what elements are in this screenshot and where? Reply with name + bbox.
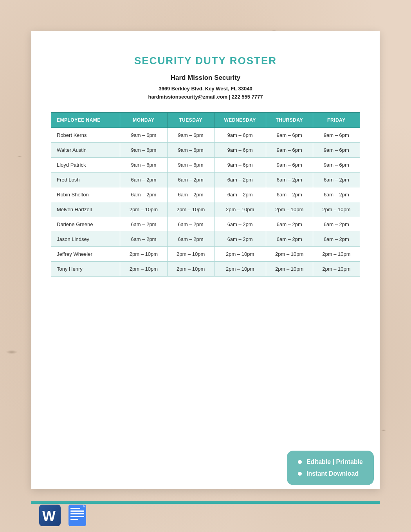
shift-cell: 2pm – 10pm bbox=[266, 261, 313, 276]
shift-cell: 6am – 2pm bbox=[167, 172, 214, 187]
shift-cell: 6am – 2pm bbox=[266, 172, 313, 187]
shift-cell: 2pm – 10pm bbox=[120, 246, 167, 261]
shift-cell: 2pm – 10pm bbox=[120, 202, 167, 217]
shift-cell: 9am – 6pm bbox=[214, 142, 266, 157]
employee-name-cell: Walter Austin bbox=[51, 142, 120, 157]
shift-cell: 6am – 2pm bbox=[167, 187, 214, 202]
employee-name-cell: Lloyd Patrick bbox=[51, 157, 120, 172]
shift-cell: 2pm – 10pm bbox=[214, 246, 266, 261]
shift-cell: 9am – 6pm bbox=[266, 157, 313, 172]
shift-cell: 6am – 2pm bbox=[120, 217, 167, 232]
shift-cell: 6am – 2pm bbox=[266, 217, 313, 232]
svg-text:W: W bbox=[42, 508, 56, 524]
shift-cell: 9am – 6pm bbox=[120, 157, 167, 172]
shift-cell: 9am – 6pm bbox=[214, 157, 266, 172]
shift-cell: 9am – 6pm bbox=[313, 128, 360, 142]
shift-cell: 9am – 6pm bbox=[120, 128, 167, 142]
col-header-thursday: THURSDAY bbox=[266, 112, 313, 128]
google-docs-icon bbox=[68, 505, 86, 526]
table-row: Robin Shelton6am – 2pm6am – 2pm6am – 2pm… bbox=[51, 187, 360, 202]
svg-rect-4 bbox=[70, 510, 84, 512]
shift-cell: 2pm – 10pm bbox=[167, 261, 214, 276]
shift-cell: 9am – 6pm bbox=[266, 128, 313, 142]
svg-rect-7 bbox=[70, 519, 78, 520]
feature-item-2: Instant Download bbox=[298, 470, 363, 477]
company-name: Hard Mission Security bbox=[51, 74, 360, 82]
col-header-monday: MONDAY bbox=[120, 112, 167, 128]
employee-name-cell: Darlene Greene bbox=[51, 217, 120, 232]
svg-rect-3 bbox=[70, 508, 80, 509]
company-address: 3669 Berkley Blvd, Key West, FL 33040 ha… bbox=[51, 85, 360, 101]
shift-cell: 9am – 6pm bbox=[167, 157, 214, 172]
shift-cell: 6am – 2pm bbox=[120, 187, 167, 202]
shift-cell: 6am – 2pm bbox=[313, 217, 360, 232]
employee-name-cell: Tony Henry bbox=[51, 261, 120, 276]
shift-cell: 9am – 6pm bbox=[313, 142, 360, 157]
employee-name-cell: Jason Lindsey bbox=[51, 232, 120, 246]
shift-cell: 6am – 2pm bbox=[313, 232, 360, 246]
shift-cell: 9am – 6pm bbox=[266, 142, 313, 157]
table-row: Fred Losh6am – 2pm6am – 2pm6am – 2pm6am … bbox=[51, 172, 360, 187]
shift-cell: 9am – 6pm bbox=[214, 128, 266, 142]
table-row: Melven Hartzell2pm – 10pm2pm – 10pm2pm –… bbox=[51, 202, 360, 217]
shift-cell: 9am – 6pm bbox=[167, 142, 214, 157]
feature-label-2: Instant Download bbox=[306, 470, 359, 477]
table-row: Darlene Greene6am – 2pm6am – 2pm6am – 2p… bbox=[51, 217, 360, 232]
shift-cell: 2pm – 10pm bbox=[313, 246, 360, 261]
roster-table: EMPLOYEE NAME MONDAY TUESDAY WEDNESDAY T… bbox=[51, 112, 360, 277]
feature-item-1: Editable | Printable bbox=[298, 458, 363, 466]
table-row: Lloyd Patrick9am – 6pm9am – 6pm9am – 6pm… bbox=[51, 157, 360, 172]
shift-cell: 2pm – 10pm bbox=[167, 202, 214, 217]
shift-cell: 6am – 2pm bbox=[120, 172, 167, 187]
shift-cell: 6am – 2pm bbox=[266, 232, 313, 246]
company-address-line2: hardmissionsecurity@zmail.com | 222 555 … bbox=[51, 93, 360, 101]
bullet-icon-2 bbox=[298, 472, 302, 476]
bottom-bar bbox=[31, 501, 380, 504]
shift-cell: 9am – 6pm bbox=[167, 128, 214, 142]
employee-name-cell: Robin Shelton bbox=[51, 187, 120, 202]
document-content: SECURITY DUTY ROSTER Hard Mission Securi… bbox=[31, 31, 380, 296]
shift-cell: 6am – 2pm bbox=[167, 217, 214, 232]
shift-cell: 6am – 2pm bbox=[214, 172, 266, 187]
company-address-line1: 3669 Berkley Blvd, Key West, FL 33040 bbox=[51, 85, 360, 93]
svg-rect-6 bbox=[70, 516, 84, 517]
col-header-tuesday: TUESDAY bbox=[167, 112, 214, 128]
shift-cell: 2pm – 10pm bbox=[266, 246, 313, 261]
employee-name-cell: Fred Losh bbox=[51, 172, 120, 187]
table-row: Jeffrey Wheeler2pm – 10pm2pm – 10pm2pm –… bbox=[51, 246, 360, 261]
table-row: Walter Austin9am – 6pm9am – 6pm9am – 6pm… bbox=[51, 142, 360, 157]
shift-cell: 2pm – 10pm bbox=[313, 261, 360, 276]
feature-label-1: Editable | Printable bbox=[306, 458, 363, 466]
shift-cell: 2pm – 10pm bbox=[214, 261, 266, 276]
shift-cell: 6am – 2pm bbox=[214, 232, 266, 246]
col-header-wednesday: WEDNESDAY bbox=[214, 112, 266, 128]
table-row: Tony Henry2pm – 10pm2pm – 10pm2pm – 10pm… bbox=[51, 261, 360, 276]
shift-cell: 6am – 2pm bbox=[214, 187, 266, 202]
employee-name-cell: Robert Kerns bbox=[51, 128, 120, 142]
shift-cell: 6am – 2pm bbox=[120, 232, 167, 246]
employee-name-cell: Melven Hartzell bbox=[51, 202, 120, 217]
table-row: Robert Kerns9am – 6pm9am – 6pm9am – 6pm9… bbox=[51, 128, 360, 142]
shift-cell: 6am – 2pm bbox=[167, 232, 214, 246]
shift-cell: 6am – 2pm bbox=[214, 217, 266, 232]
shift-cell: 2pm – 10pm bbox=[214, 202, 266, 217]
svg-rect-5 bbox=[70, 513, 84, 514]
shift-cell: 6am – 2pm bbox=[313, 187, 360, 202]
table-header-row: EMPLOYEE NAME MONDAY TUESDAY WEDNESDAY T… bbox=[51, 112, 360, 128]
shift-cell: 6am – 2pm bbox=[313, 172, 360, 187]
shift-cell: 2pm – 10pm bbox=[120, 261, 167, 276]
word-icon: W bbox=[39, 505, 61, 526]
shift-cell: 9am – 6pm bbox=[120, 142, 167, 157]
shift-cell: 2pm – 10pm bbox=[313, 202, 360, 217]
document-page: SECURITY DUTY ROSTER Hard Mission Securi… bbox=[31, 31, 380, 489]
document-title: SECURITY DUTY ROSTER bbox=[51, 55, 360, 67]
shift-cell: 2pm – 10pm bbox=[167, 246, 214, 261]
employee-name-cell: Jeffrey Wheeler bbox=[51, 246, 120, 261]
shift-cell: 6am – 2pm bbox=[266, 187, 313, 202]
features-badge: Editable | Printable Instant Download bbox=[287, 451, 374, 485]
shift-cell: 2pm – 10pm bbox=[266, 202, 313, 217]
col-header-employee: EMPLOYEE NAME bbox=[51, 112, 120, 128]
table-row: Jason Lindsey6am – 2pm6am – 2pm6am – 2pm… bbox=[51, 232, 360, 246]
app-icons-container: W bbox=[39, 505, 86, 526]
col-header-friday: FRIDAY bbox=[313, 112, 360, 128]
